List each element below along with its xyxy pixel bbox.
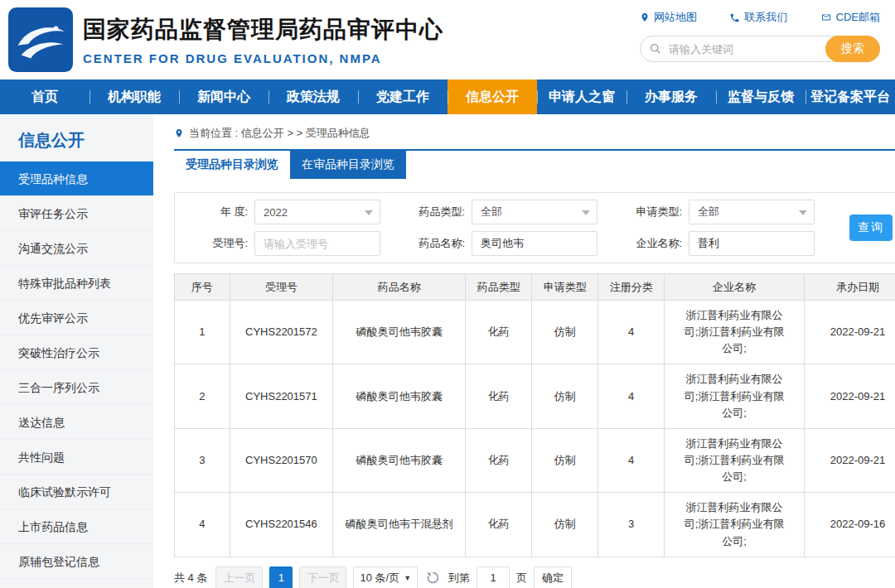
nav-item-home[interactable]: 首页 (0, 80, 90, 114)
contact-label: 联系我们 (744, 10, 787, 25)
column-header-drug-name: 药品名称 (333, 274, 466, 301)
column-header-reg-class: 注册分类 (598, 274, 665, 301)
sidebar-item-marketed-drugs[interactable]: 上市药品信息 (0, 509, 153, 544)
sidebar-item-special-approval-list[interactable]: 特殊审批品种列表 (0, 266, 153, 301)
tab-accepted-catalog[interactable]: 受理品种目录浏览 (174, 151, 290, 179)
sidebar-item-three-in-one[interactable]: 三合一序列公示 (0, 370, 153, 405)
refresh-button[interactable] (426, 571, 440, 585)
apply-type-label: 申请类型: (617, 205, 682, 219)
cell-drug-name: 磷酸奥司他韦胶囊 (333, 301, 466, 364)
cell-reg-class: 4 (598, 301, 665, 364)
cell-apply-type: 仿制 (532, 428, 598, 492)
apply-type-select-value: 全部 (698, 205, 719, 219)
cell-company: 浙江普利药业有限公司;浙江普利药业有限公司; (665, 428, 805, 492)
goto-prefix: 到第 (448, 571, 470, 586)
cell-reg-class: 3 (598, 493, 665, 557)
sidebar-item-breakthrough-therapy[interactable]: 突破性治疗公示 (0, 335, 153, 370)
cell-reg-class: 4 (598, 428, 665, 492)
company-text: 浙江普利药业有限公司;浙江普利药业有限公司; (680, 436, 788, 485)
mailbox-label: CDE邮箱 (836, 10, 880, 25)
sidebar-item-communication[interactable]: 沟通交流公示 (0, 231, 153, 266)
acceptance-no-input[interactable] (254, 231, 380, 256)
nav-item-supervision-feedback[interactable]: 监督与反馈 (716, 80, 806, 114)
cell-index: 1 (175, 301, 230, 364)
cell-drug-name: 磷酸奥司他韦胶囊 (333, 364, 466, 428)
cell-apply-type: 仿制 (532, 301, 598, 364)
column-header-company: 企业名称 (665, 274, 805, 301)
sidebar-item-common-issues[interactable]: 共性问题 (0, 440, 153, 475)
confirm-button[interactable]: 确定 (534, 566, 572, 588)
cell-acceptance-no: CYHS2201546 (230, 493, 332, 557)
drug-name-input[interactable] (472, 231, 597, 256)
page-size-select[interactable]: 10 条/页 ▼ (353, 566, 418, 588)
sidebar-item-priority-review[interactable]: 优先审评公示 (0, 301, 153, 335)
drug-name-label: 药品名称: (400, 236, 465, 251)
page-size-value: 10 条/页 (360, 571, 399, 586)
sidebar-item-accepted-varieties[interactable]: 受理品种信息 (0, 161, 153, 196)
apply-type-field: 申请类型: 全部 (617, 200, 815, 224)
site-subtitle: CENTER FOR DRUG EVALUATION, NMPA (83, 51, 443, 65)
company-text: 浙江普利药业有限公司;浙江普利药业有限公司; (680, 307, 788, 357)
column-header-acceptance-no: 受理号 (230, 274, 332, 301)
cell-drug-type: 化药 (466, 364, 532, 428)
drug-type-field: 药品类型: 全部 (400, 200, 597, 224)
drug-type-select[interactable]: 全部 (472, 200, 597, 224)
apply-type-select[interactable]: 全部 (689, 200, 815, 224)
cell-drug-type: 化药 (466, 428, 532, 492)
nav-item-services[interactable]: 办事服务 (626, 80, 716, 114)
sidebar-item-excipient-registration[interactable]: 原辅包登记信息 (0, 544, 153, 579)
drug-type-select-value: 全部 (481, 205, 502, 219)
contact-link[interactable]: 联系我们 (729, 10, 787, 25)
cell-drug-type: 化药 (466, 301, 532, 364)
site-header: 国家药品监督管理局药品审评中心 CENTER FOR DRUG EVALUATI… (0, 0, 895, 80)
mailbox-link[interactable]: CDE邮箱 (820, 10, 880, 25)
sidebar: 信息公开 受理品种信息 审评任务公示 沟通交流公示 特殊审批品种列表 优先审评公… (0, 114, 153, 588)
cell-acceptance-no: CYHS2201572 (230, 301, 332, 364)
cde-logo (8, 7, 73, 72)
page-number-1[interactable]: 1 (269, 566, 293, 588)
refresh-icon (426, 571, 440, 585)
cell-reg-class: 4 (598, 364, 665, 428)
nav-item-registration-platform[interactable]: 登记备案平台 (806, 80, 895, 114)
nav-item-org-functions[interactable]: 机构职能 (90, 80, 179, 114)
column-header-date: 承办日期 (805, 274, 895, 301)
cell-index: 3 (175, 428, 230, 492)
cell-company: 浙江普利药业有限公司;浙江普利药业有限公司; (665, 493, 805, 557)
nav-item-info-disclosure[interactable]: 信息公开 (448, 80, 537, 114)
year-select[interactable]: 2022 (254, 200, 380, 224)
nav-item-applicant-window[interactable]: 申请人之窗 (537, 80, 626, 114)
nav-item-news[interactable]: 新闻中心 (179, 80, 268, 114)
sidebar-item-delivery-info[interactable]: 送达信息 (0, 405, 153, 440)
cell-date: 2022-09-16 (805, 493, 895, 557)
chevron-down-icon (582, 210, 590, 215)
prev-page-button[interactable]: 上一页 (215, 566, 263, 588)
cell-drug-type: 化药 (466, 493, 532, 557)
column-header-apply-type: 申请类型 (532, 274, 598, 301)
company-name-label: 企业名称: (617, 236, 682, 251)
cell-date: 2022-09-21 (805, 301, 895, 364)
drug-name-field: 药品名称: (400, 231, 597, 256)
nav-item-policy[interactable]: 政策法规 (268, 80, 358, 114)
sidebar-item-clinical-trial-license[interactable]: 临床试验默示许可 (0, 475, 153, 509)
table-row: 2 CYHS2201571 磷酸奥司他韦胶囊 化药 仿制 4 浙江普利药业有限公… (175, 364, 895, 428)
next-page-button[interactable]: 下一页 (299, 566, 346, 588)
goto-page-input[interactable] (477, 566, 510, 588)
search-icon (649, 42, 662, 55)
query-button[interactable]: 查询 (849, 214, 893, 241)
year-select-value: 2022 (264, 206, 288, 219)
year-field: 年 度: 2022 (183, 200, 380, 224)
acceptance-no-label: 受理号: (183, 236, 248, 251)
breadcrumb-text: 当前位置 : 信息公开 > > 受理品种信息 (189, 126, 370, 141)
search-button[interactable]: 搜索 (825, 36, 880, 62)
filter-panel: 年 度: 2022 药品类型: 全部 申请类型: 全部 (174, 192, 895, 263)
cell-index: 2 (175, 364, 230, 428)
sidebar-item-review-tasks[interactable]: 审评任务公示 (0, 196, 153, 231)
sitemap-link[interactable]: 网站地图 (640, 10, 697, 25)
company-name-input[interactable] (689, 231, 815, 256)
tab-under-review-catalog[interactable]: 在审品种目录浏览 (290, 151, 406, 179)
cell-drug-name: 磷酸奥司他韦干混悬剂 (333, 493, 466, 557)
company-text: 浙江普利药业有限公司;浙江普利药业有限公司; (680, 371, 788, 421)
pagination: 共 4 条 上一页 1 下一页 10 条/页 ▼ 到第 页 确定 (174, 566, 895, 588)
nav-item-party[interactable]: 党建工作 (358, 80, 448, 114)
site-title: 国家药品监督管理局药品审评中心 (83, 14, 443, 46)
